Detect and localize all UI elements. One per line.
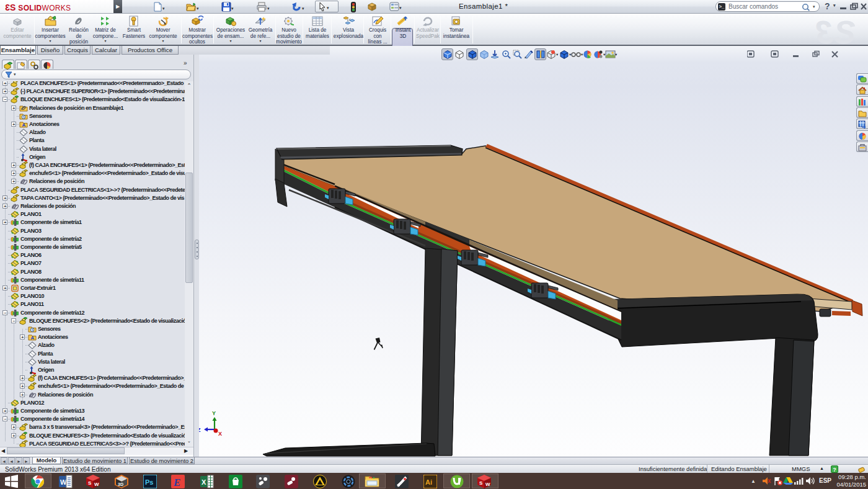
svg-text:X: X (218, 431, 222, 437)
svg-text:W: W (94, 482, 99, 487)
svg-text:3D: 3D (118, 482, 123, 487)
svg-text:S: S (88, 480, 92, 486)
svg-text:A: A (22, 122, 26, 128)
svg-text:S: S (479, 480, 483, 486)
svg-text:W: W (60, 478, 67, 486)
svg-text:W: W (485, 482, 490, 487)
svg-text:Y: Y (212, 410, 216, 416)
svg-text:Ai: Ai (425, 478, 432, 486)
svg-text:A: A (31, 335, 35, 341)
svg-text:E: E (173, 477, 180, 488)
svg-text:X: X (202, 478, 206, 486)
svg-text:Z: Z (199, 427, 201, 433)
svg-text:Ps: Ps (145, 478, 153, 486)
